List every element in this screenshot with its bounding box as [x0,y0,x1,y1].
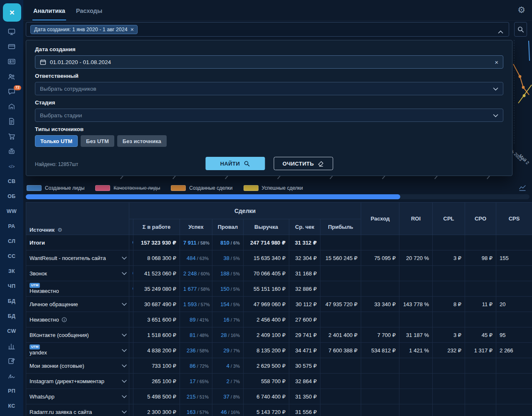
chevron-down-icon[interactable] [122,255,127,261]
tab-analytics[interactable]: Аналитика [32,2,66,20]
source-cell[interactable]: ВКонтакте (сообщения) [26,327,129,343]
signature-icon [7,372,16,380]
chevron-down-icon[interactable] [122,394,127,400]
sidebar-close-button[interactable]: × [3,3,21,22]
table-cell [433,266,465,281]
tab-expenses[interactable]: Расходы [75,2,103,20]
sidebar-item-cart[interactable] [0,129,23,144]
column-header-cpo[interactable]: CPO [465,203,496,235]
table-cell [496,312,532,327]
sidebar-item-building[interactable] [0,99,23,114]
sidebar-item-БД[interactable]: БД [0,294,23,309]
chevron-down-icon[interactable] [122,270,127,277]
column-header-cpl[interactable]: CPL [433,203,465,235]
sidebar-item-form[interactable] [0,354,23,369]
sidebar-item-chat[interactable]: 72 [0,84,23,99]
scrollbar-thumb[interactable] [26,194,400,199]
legend-item[interactable]: Созданные сделки [171,185,232,191]
settings-gear-icon[interactable]: ⚙ [517,5,525,14]
chevron-down-icon[interactable] [122,301,127,307]
sidebar-item-ЗК[interactable]: ЗК [0,264,23,279]
source-cell[interactable]: UTMyandex [26,343,129,358]
sidebar-item-СЛ[interactable]: СЛ [0,234,23,249]
column-header-chek[interactable]: Ср. чек [289,219,320,235]
sidebar-item-monitor[interactable] [0,24,23,39]
legend-item[interactable]: Качественные лиды [95,185,160,191]
column-header-rabota[interactable]: Σ в работе [133,219,180,235]
source-name: Instagram (директ+комментар [30,378,104,384]
sidebar-item-СС[interactable]: СС [0,249,23,264]
source-type-toggle[interactable]: Без источника [117,135,167,147]
chart-type-icon[interactable] [519,185,526,193]
sidebar-item-КС[interactable]: КС [0,399,23,414]
sidebar-item-document[interactable] [0,114,23,129]
chevron-down-icon[interactable] [122,378,127,384]
horizontal-scrollbar[interactable] [26,194,530,199]
sidebar-item-РА[interactable]: РА [0,219,23,234]
sidebar-item-ЧП[interactable]: ЧП [0,279,23,294]
source-name: Мои звонки (сотовые) [30,363,84,369]
table-cell: 2 266 [496,343,532,358]
column-header-vyruchka[interactable]: Выручка [244,219,289,235]
legend-item[interactable]: Успешные сделки [244,185,303,191]
info-icon[interactable] [62,317,67,322]
column-header-roi[interactable]: ROI [399,203,433,235]
clear-date-icon[interactable]: × [495,59,498,65]
table-cell [465,235,496,250]
source-cell[interactable]: Instagram (директ+комментар [26,374,129,389]
sidebar-item-ОБ[interactable]: ОБ [0,189,23,204]
column-header-rashod[interactable]: Расход [361,203,399,235]
found-count: Найдено: 12857шт [35,161,78,167]
sidebar-item-signature[interactable] [0,369,23,384]
filter-chip[interactable]: Дата создания: 1 янв 2020 - 1 авг 2024 × [30,25,138,34]
sidebar-item-id-card[interactable] [0,54,23,69]
source-cell[interactable]: Звонок [26,266,129,281]
source-cell[interactable]: WhatsApp [26,389,129,404]
source-type-toggle[interactable]: Только UTM [35,135,78,147]
sidebar-item-БД[interactable]: БД [0,309,23,324]
sidebar-item-bar-chart[interactable] [0,339,23,354]
column-header-source[interactable]: Источник⚙ [26,203,129,235]
source-cell[interactable]: Radarrr.ru заявка с сайта [26,404,129,416]
sidebar-item-СВ[interactable]: СВ [0,174,23,189]
column-header-cps[interactable]: CPS [496,203,532,235]
source-type-toggle[interactable]: Без UTM [81,135,114,147]
source-cell[interactable]: Мои звонки (сотовые) [26,358,129,374]
sidebar-item-wallet[interactable] [0,39,23,54]
table-cell: 27 600 ₽ [289,312,320,327]
sidebar-item-РП[interactable]: РП [0,384,23,399]
clear-button[interactable]: ОЧИСТИТЬ [273,157,333,170]
table-cell [496,235,532,250]
source-cell[interactable]: Итоги [26,235,129,250]
find-button[interactable]: НАЙТИ [205,157,265,170]
sidebar-item-code[interactable]: </> [0,159,23,174]
stage-select[interactable]: Выбрать стадии [35,109,503,122]
filter-field[interactable]: Дата создания: 1 янв 2020 - 1 авг 2024 × [26,22,509,37]
table-cell: 30 112 ₽ [289,297,320,312]
sidebar-item-robot[interactable] [0,144,23,159]
column-header-uspeh[interactable]: Успех [180,219,212,235]
column-settings-icon[interactable]: ⚙ [57,227,62,233]
sidebar-item-people[interactable] [0,69,23,84]
source-cell[interactable]: WantResult - посетитель сайта [26,250,129,266]
legend-item[interactable]: Созданные лиды [27,185,84,191]
column-header-proval[interactable]: Провал [212,219,244,235]
source-cell[interactable]: UTMНеизвестно [26,281,129,297]
date-range-input[interactable]: 01.01.2020 - 01.08.2024 × [35,55,503,69]
chevron-down-icon[interactable] [122,332,127,338]
chip-remove-icon[interactable]: × [131,27,134,32]
collapse-chevron-up-icon[interactable] [498,28,503,35]
chevron-down-icon[interactable] [122,363,127,369]
sidebar-item-CW[interactable]: CW [0,324,23,339]
calendar-icon [40,59,46,65]
chevron-down-icon[interactable] [122,347,127,354]
clipped-cell [129,327,133,343]
chevron-down-icon[interactable] [122,409,127,415]
source-cell[interactable]: Неизвестно [26,312,129,327]
search-icon-button[interactable] [514,22,527,37]
table-cell: 1 593 / 57% [180,297,212,312]
source-cell[interactable]: Личное обращение [26,297,129,312]
column-header-pribyl[interactable]: Прибыль [320,219,361,235]
sidebar-item-WW[interactable]: WW [0,204,23,219]
responsible-select[interactable]: Выбрать сотрудников [35,82,503,95]
